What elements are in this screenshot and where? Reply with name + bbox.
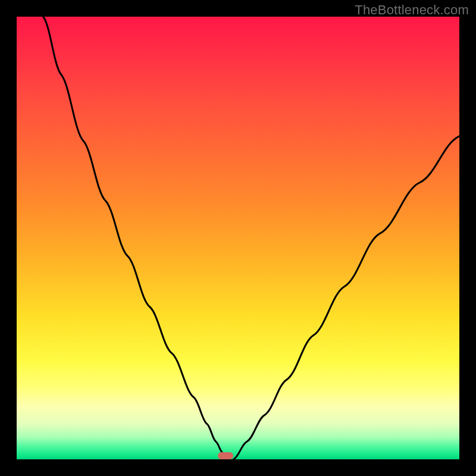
curve-right-branch bbox=[234, 136, 459, 459]
chart-frame: TheBottleneck.com bbox=[0, 0, 476, 476]
bottleneck-curve bbox=[17, 17, 459, 459]
curve-left-branch bbox=[43, 17, 226, 459]
plot-area bbox=[17, 17, 459, 459]
optimum-marker bbox=[218, 452, 233, 459]
watermark-text: TheBottleneck.com bbox=[355, 2, 469, 18]
